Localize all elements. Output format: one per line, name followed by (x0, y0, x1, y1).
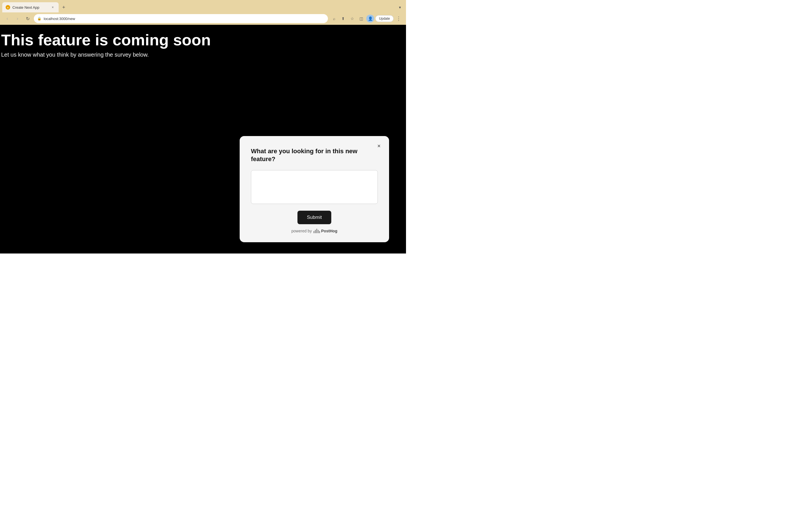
back-button[interactable]: ‹ (3, 15, 11, 22)
refresh-button[interactable]: ↻ (24, 15, 32, 22)
tab-bar: Create Next App × + ▾ (0, 0, 406, 12)
lock-icon: 🔒 (37, 17, 42, 20)
posthog-brand: PostHog (313, 229, 338, 233)
browser-menu-button[interactable]: ⋮ (395, 15, 403, 22)
address-bar[interactable]: 🔒 localhost:3000/new (34, 14, 328, 23)
survey-modal: × What are you looking for in this new f… (240, 136, 389, 242)
posthog-name: PostHog (321, 229, 338, 233)
search-icon[interactable]: ⌕ (330, 15, 338, 22)
survey-textarea[interactable] (251, 170, 378, 204)
tab-favicon (6, 5, 10, 10)
modal-question: What are you looking for in this new fea… (251, 147, 378, 163)
extensions-button[interactable]: ◫ (357, 15, 365, 22)
nav-actions: ⌕ ⬆ ☆ ◫ 👤 Update ⋮ (330, 15, 403, 22)
page-subtext: Let us know what you think by answering … (0, 49, 406, 58)
bookmark-button[interactable]: ☆ (348, 15, 356, 22)
posthog-icon (313, 229, 320, 233)
footer-powered-text: powered by (292, 229, 312, 233)
tab-title: Create Next App (12, 5, 48, 10)
tab-close-button[interactable]: × (50, 5, 55, 10)
update-button[interactable]: Update (375, 15, 394, 22)
new-tab-button[interactable]: + (60, 3, 68, 11)
tab-expand-button[interactable]: ▾ (396, 3, 404, 11)
address-text: localhost:3000/new (44, 17, 324, 21)
submit-button[interactable]: Submit (297, 211, 331, 224)
browser-chrome: Create Next App × + ▾ ‹ › ↻ 🔒 localhost:… (0, 0, 406, 25)
share-button[interactable]: ⬆ (339, 15, 347, 22)
modal-close-button[interactable]: × (374, 142, 384, 151)
page-heading: This feature is coming soon (0, 31, 406, 49)
nav-bar: ‹ › ↻ 🔒 localhost:3000/new ⌕ ⬆ ☆ ◫ 👤 Upd… (0, 12, 406, 25)
modal-footer: powered by PostHog (251, 229, 378, 233)
browser-tab-active[interactable]: Create Next App × (2, 2, 59, 12)
forward-button[interactable]: › (13, 15, 21, 22)
profile-button[interactable]: 👤 (366, 15, 374, 22)
main-content: This feature is coming soon Let us know … (0, 25, 406, 253)
